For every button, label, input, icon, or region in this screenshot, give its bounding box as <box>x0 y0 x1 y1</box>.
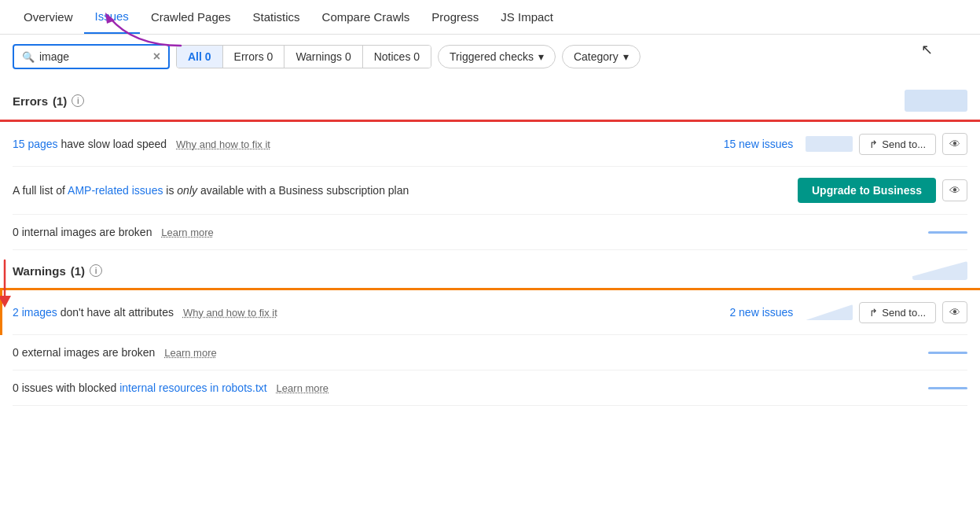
amp-issues-link[interactable]: AMP-related issues <box>68 184 163 197</box>
slow-load-text: 15 pages have slow load speed Why and ho… <box>13 138 708 150</box>
amp-text: A full list of AMP-related issues is onl… <box>13 184 791 197</box>
slow-load-eye-button[interactable]: 👁 <box>942 133 967 155</box>
robots-text: 0 issues with blocked internal resources… <box>13 382 922 394</box>
broken-internal-text: 0 internal images are broken Learn more <box>13 226 922 238</box>
nav-item-js-impact[interactable]: JS Impact <box>490 1 564 33</box>
eye-icon-3: 👁 <box>949 306 960 319</box>
toolbar: 🔍 × All 0 Errors 0 Warnings 0 Notices 0 … <box>0 35 980 79</box>
warning-left-accent <box>0 288 2 335</box>
nav-item-issues[interactable]: Issues <box>84 0 140 34</box>
amp-row: A full list of AMP-related issues is onl… <box>13 167 967 215</box>
nav-item-crawled-pages[interactable]: Crawled Pages <box>140 1 242 33</box>
robots-link[interactable]: internal resources in robots.txt <box>119 382 267 394</box>
category-dropdown[interactable]: Category ▾ <box>562 45 640 68</box>
warnings-chart <box>912 261 967 280</box>
clear-icon[interactable]: × <box>153 50 160 64</box>
send-icon: ↱ <box>869 138 878 150</box>
slow-load-fix-link[interactable]: Why and how to fix it <box>176 138 270 150</box>
send-icon-2: ↱ <box>869 307 878 319</box>
alt-attributes-send-button[interactable]: ↱ Send to... <box>859 302 936 323</box>
upgrade-button[interactable]: Upgrade to Business <box>798 178 936 203</box>
broken-internal-images-row: 0 internal images are broken Learn more <box>13 215 967 250</box>
robots-chart <box>928 387 967 389</box>
filter-errors-button[interactable]: Errors 0 <box>222 46 284 68</box>
errors-chart <box>905 90 967 112</box>
eye-icon: 👁 <box>949 138 960 150</box>
broken-internal-learn-more[interactable]: Learn more <box>161 227 213 238</box>
broken-external-text: 0 external images are broken Learn more <box>13 346 922 359</box>
robots-learn-more[interactable]: Learn more <box>277 382 329 394</box>
robots-row: 0 issues with blocked internal resources… <box>13 370 967 406</box>
chevron-down-icon-2: ▾ <box>623 50 629 63</box>
nav-item-progress[interactable]: Progress <box>420 1 490 33</box>
filter-all-button[interactable]: All 0 <box>177 46 222 68</box>
alt-attributes-badge: 2 new issues <box>714 306 793 319</box>
broken-external-learn-more[interactable]: Learn more <box>164 347 216 359</box>
broken-internal-chart <box>928 231 967 234</box>
slow-load-chart <box>806 136 853 152</box>
nav-bar: Overview Issues Crawled Pages Statistics… <box>0 0 980 35</box>
broken-external-images-row: 0 external images are broken Learn more <box>13 335 967 370</box>
warnings-info-icon[interactable]: i <box>90 264 102 277</box>
main-content: Errors (1) i 15 pages have slow load spe… <box>0 79 980 406</box>
warnings-section-header: Warnings (1) i <box>13 250 967 288</box>
amp-eye-button[interactable]: 👁 <box>942 179 967 201</box>
filter-group: All 0 Errors 0 Warnings 0 Notices 0 <box>176 45 431 68</box>
alt-attributes-eye-button[interactable]: 👁 <box>942 301 967 323</box>
alt-attributes-text: 2 images don't have alt attributes Why a… <box>13 306 708 319</box>
search-input[interactable] <box>39 50 149 63</box>
slow-load-badge: 15 new issues <box>714 138 793 150</box>
alt-attributes-row: 2 images don't have alt attributes Why a… <box>13 290 967 335</box>
filter-warnings-button[interactable]: Warnings 0 <box>284 46 362 68</box>
alt-attributes-chart <box>806 304 853 320</box>
filter-notices-button[interactable]: Notices 0 <box>362 46 431 68</box>
triggered-checks-dropdown[interactable]: Triggered checks ▾ <box>438 45 556 68</box>
warnings-section: Warnings (1) i 2 images don't have alt a… <box>13 250 967 406</box>
slow-load-send-button[interactable]: ↱ Send to... <box>859 134 936 155</box>
alt-attributes-link[interactable]: 2 images <box>13 306 57 319</box>
errors-title: Errors (1) i <box>13 94 84 108</box>
nav-item-overview[interactable]: Overview <box>13 1 84 33</box>
search-box[interactable]: 🔍 × <box>13 44 170 69</box>
errors-section-header: Errors (1) i <box>13 79 967 120</box>
slow-load-link[interactable]: 15 pages <box>13 138 58 150</box>
errors-info-icon[interactable]: i <box>72 94 84 107</box>
slow-load-speed-row: 15 pages have slow load speed Why and ho… <box>13 122 967 167</box>
warnings-title: Warnings (1) i <box>13 264 102 278</box>
nav-item-statistics[interactable]: Statistics <box>242 1 311 33</box>
chevron-down-icon: ▾ <box>538 50 544 63</box>
broken-external-chart <box>928 352 967 354</box>
eye-icon-2: 👁 <box>949 184 960 197</box>
search-icon: 🔍 <box>22 51 35 63</box>
nav-item-compare-crawls[interactable]: Compare Crawls <box>311 1 421 33</box>
alt-attributes-fix-link[interactable]: Why and how to fix it <box>183 307 277 319</box>
